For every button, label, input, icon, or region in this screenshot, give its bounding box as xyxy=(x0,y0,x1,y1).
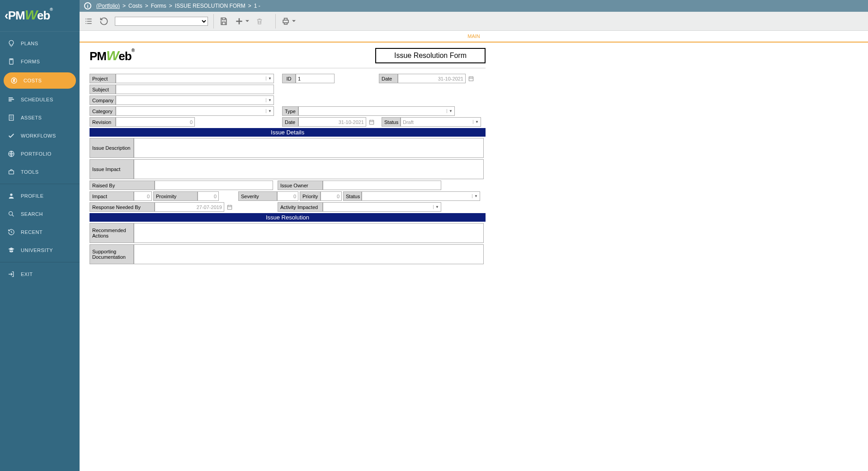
subject-input[interactable] xyxy=(116,85,274,94)
sidebar-item-costs[interactable]: COSTS xyxy=(4,72,76,89)
sidebar-item-schedules[interactable]: SCHEDULES xyxy=(0,90,80,109)
impact-input[interactable] xyxy=(134,191,152,201)
calendar-icon[interactable] xyxy=(368,119,375,126)
dollar-icon xyxy=(9,77,19,84)
delete-button[interactable] xyxy=(255,17,264,25)
sidebar-item-plans[interactable]: PLANS xyxy=(0,34,80,52)
print-dropdown[interactable] xyxy=(292,19,296,23)
status2-label: Status xyxy=(343,191,362,201)
issue-impact-label: Issue Impact xyxy=(90,159,134,179)
date-input[interactable] xyxy=(398,74,466,83)
category-label: Category xyxy=(90,106,116,116)
supporting-documentation-input[interactable] xyxy=(134,244,484,264)
category-select[interactable] xyxy=(116,106,274,116)
breadcrumb: i (Portfolio) > Costs > Forms > ISSUE RE… xyxy=(80,0,868,12)
main-area: i (Portfolio) > Costs > Forms > ISSUE RE… xyxy=(80,0,868,471)
search-icon xyxy=(6,210,16,218)
sidebar-item-label: ASSETS xyxy=(21,115,42,120)
info-icon[interactable]: i xyxy=(84,2,91,10)
priority-input[interactable] xyxy=(321,191,342,201)
revision-input[interactable] xyxy=(116,117,195,127)
date-label: Date xyxy=(379,74,398,83)
svg-point-8 xyxy=(10,194,12,196)
briefcase-icon xyxy=(6,168,16,176)
recommended-actions-label: Recommended Actions xyxy=(90,223,134,243)
impact-label: Impact xyxy=(90,191,134,201)
add-dropdown[interactable] xyxy=(245,19,249,23)
status-select[interactable]: Draft xyxy=(401,117,481,127)
sidebar-item-label: EXIT xyxy=(21,271,33,277)
raised-by-input[interactable] xyxy=(155,181,273,190)
subject-label: Subject xyxy=(90,85,116,94)
breadcrumb-form-type[interactable]: ISSUE RESOLUTION FORM xyxy=(175,3,245,9)
history-button[interactable] xyxy=(99,17,108,26)
status-label: Status xyxy=(382,117,401,127)
id-label: ID xyxy=(282,74,296,83)
svg-rect-4 xyxy=(9,100,12,101)
sidebar-item-forms[interactable]: FORMS xyxy=(0,52,80,71)
breadcrumb-costs[interactable]: Costs xyxy=(128,3,142,9)
tab-main[interactable]: MAIN xyxy=(459,31,488,42)
sidebar-item-label: COSTS xyxy=(24,78,42,83)
building-icon xyxy=(6,114,16,121)
severity-label: Severity xyxy=(238,191,277,201)
history-icon xyxy=(6,228,16,236)
sidebar-item-portfolio[interactable]: PORTFOLIO xyxy=(0,145,80,163)
sidebar-item-label: FORMS xyxy=(21,59,40,64)
issue-owner-input[interactable] xyxy=(323,181,441,190)
proximity-input[interactable] xyxy=(198,191,219,201)
raised-by-label: Raised By xyxy=(90,181,155,190)
svg-rect-12 xyxy=(369,120,373,124)
sidebar: ‹PMWeb® PLANS FORMS COSTS SCHEDULES ASSE… xyxy=(0,0,80,471)
app-logo: ‹PMWeb® xyxy=(0,0,80,32)
graduation-icon xyxy=(6,247,16,254)
rev-date-input[interactable] xyxy=(298,117,366,127)
severity-input[interactable] xyxy=(277,191,298,201)
sidebar-item-tools[interactable]: TOOLS xyxy=(0,163,80,181)
list-button[interactable] xyxy=(84,17,93,26)
add-button[interactable] xyxy=(235,17,244,26)
svg-rect-5 xyxy=(9,115,13,120)
sidebar-item-label: UNIVERSITY xyxy=(21,247,53,253)
breadcrumb-portfolio[interactable]: (Portfolio) xyxy=(96,3,120,9)
sidebar-item-exit[interactable]: EXIT xyxy=(0,265,80,283)
calendar-icon[interactable] xyxy=(467,75,475,82)
sidebar-item-search[interactable]: SEARCH xyxy=(0,205,80,223)
recommended-actions-input[interactable] xyxy=(134,223,484,243)
proximity-label: Proximity xyxy=(153,191,198,201)
svg-rect-11 xyxy=(469,76,473,81)
user-icon xyxy=(6,192,16,200)
status2-select[interactable] xyxy=(362,191,480,201)
sidebar-item-profile[interactable]: PROFILE xyxy=(0,187,80,205)
record-selector[interactable] xyxy=(115,17,208,26)
globe-icon xyxy=(6,150,16,157)
sidebar-item-workflows[interactable]: WORKFLOWS xyxy=(0,127,80,145)
issue-impact-input[interactable] xyxy=(134,159,484,179)
clipboard-icon xyxy=(6,58,16,65)
id-input[interactable] xyxy=(296,74,335,83)
print-button[interactable] xyxy=(281,17,290,26)
type-select[interactable] xyxy=(298,106,455,116)
tab-strip: MAIN xyxy=(80,31,868,43)
breadcrumb-record: 1 - xyxy=(254,3,260,9)
response-needed-input[interactable] xyxy=(155,202,224,212)
sidebar-item-university[interactable]: UNIVERSITY xyxy=(0,241,80,259)
revision-label: Revision xyxy=(90,117,116,127)
sidebar-item-assets[interactable]: ASSETS xyxy=(0,109,80,127)
svg-rect-10 xyxy=(283,20,288,23)
activity-impacted-select[interactable] xyxy=(323,202,441,212)
project-select[interactable] xyxy=(116,74,274,83)
sidebar-item-recent[interactable]: RECENT xyxy=(0,223,80,241)
project-label: Project xyxy=(90,74,116,83)
issue-description-input[interactable] xyxy=(134,138,484,158)
calendar-icon[interactable] xyxy=(226,204,233,211)
svg-rect-3 xyxy=(9,99,14,100)
save-button[interactable] xyxy=(219,17,228,26)
company-select[interactable] xyxy=(116,95,274,105)
breadcrumb-forms[interactable]: Forms xyxy=(151,3,166,9)
svg-rect-13 xyxy=(227,205,231,209)
sidebar-item-label: RECENT xyxy=(21,229,42,235)
lightbulb-icon xyxy=(6,40,16,47)
response-needed-label: Response Needed By xyxy=(90,202,155,212)
activity-impacted-label: Activity Impacted xyxy=(278,202,323,212)
